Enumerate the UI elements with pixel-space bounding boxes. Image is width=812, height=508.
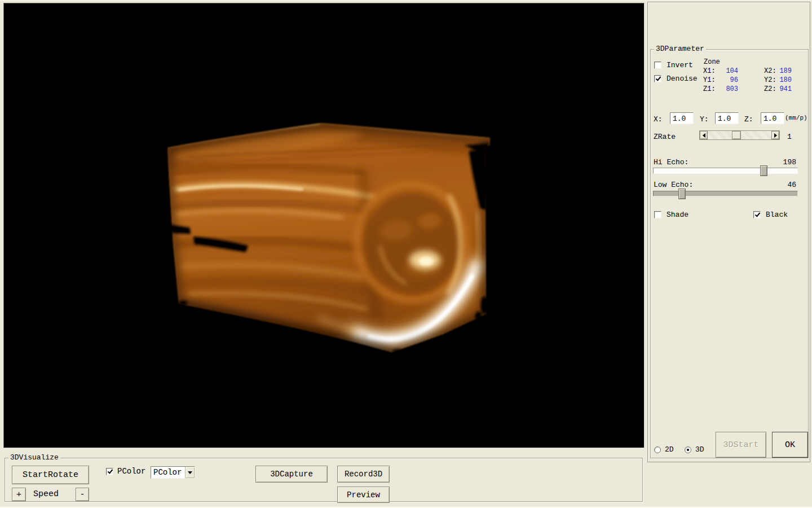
zone-z1-value: 803 — [714, 85, 738, 94]
3dcapture-button[interactable]: 3DCapture — [255, 466, 328, 483]
low-echo-thumb[interactable] — [678, 189, 686, 199]
z-scale-input[interactable] — [761, 112, 784, 124]
parameter-groupbox: 3DParameter Invert Denoise Zone X1: 104 … — [650, 49, 809, 458]
zrate-label: ZRate — [654, 133, 676, 141]
pcolor-checkbox-label: PColor — [117, 467, 145, 476]
shade-checkbox[interactable] — [654, 211, 661, 218]
black-checkbox[interactable] — [753, 211, 761, 218]
speed-minus-button[interactable]: - — [76, 488, 89, 501]
ultrasound-volume-render — [4, 3, 644, 448]
right-arrow-icon — [774, 133, 779, 138]
dropdown-arrow-icon — [188, 471, 192, 476]
invert-label: Invert — [667, 61, 693, 69]
mode-3d-radio[interactable] — [685, 446, 691, 453]
3dstart-button[interactable]: 3DStart — [716, 432, 766, 458]
mode-3d-label: 3D — [695, 445, 704, 454]
pcolor-dropdown-value: PColor — [151, 468, 185, 477]
pcolor-dropdown[interactable]: PColor — [151, 466, 195, 479]
mode-2d-radio[interactable] — [654, 446, 661, 453]
app-window: 3DParameter Invert Denoise Zone X1: 104 … — [0, 0, 812, 508]
mode-2d-label: 2D — [665, 445, 674, 454]
pcolor-checkbox[interactable] — [106, 468, 113, 475]
zone-label: Zone — [704, 58, 720, 67]
zrate-right-arrow-button[interactable] — [771, 131, 779, 139]
low-echo-value: 46 — [762, 181, 796, 189]
parameter-title: 3DParameter — [654, 45, 706, 53]
hi-echo-label: Hi Echo: — [654, 158, 689, 167]
x-scale-label: X: — [654, 115, 663, 124]
visualize-title: 3DVisualize — [8, 454, 60, 462]
speed-plus-button[interactable]: + — [12, 488, 26, 501]
visualize-groupbox: 3DVisualize StartRotate + Speed - PColor… — [5, 458, 643, 502]
left-arrow-icon — [700, 133, 705, 138]
z-scale-label: Z: — [744, 115, 753, 124]
hi-echo-slider[interactable] — [653, 168, 798, 174]
zone-y2-value: 180 — [768, 76, 792, 85]
ok-button[interactable]: OK — [772, 432, 808, 458]
zrate-scrollbar[interactable] — [699, 130, 780, 140]
zone-y1-label: Y1: — [703, 76, 716, 85]
preview-button[interactable]: Preview — [337, 487, 390, 503]
pcolor-dropdown-button[interactable] — [185, 467, 195, 478]
hi-echo-thumb[interactable] — [760, 165, 767, 176]
zone-y1-value: 96 — [714, 76, 738, 85]
zone-z2-value: 941 — [768, 85, 792, 94]
scale-unit-label: (mm/p) — [785, 114, 807, 122]
y-scale-label: Y: — [700, 115, 709, 124]
zrate-left-arrow-button[interactable] — [700, 131, 708, 139]
zone-x1-value: 104 — [714, 67, 738, 76]
low-echo-slider[interactable] — [653, 191, 798, 196]
zone-x2-value: 189 — [768, 67, 792, 76]
3d-viewport[interactable] — [3, 3, 645, 448]
y-scale-input[interactable] — [715, 112, 739, 124]
zone-z1-label: Z1: — [703, 85, 716, 94]
shade-label: Shade — [667, 211, 689, 219]
start-rotate-button[interactable]: StartRotate — [12, 466, 89, 484]
zrate-track[interactable] — [708, 131, 771, 139]
hi-echo-value: 198 — [762, 158, 796, 167]
denoise-checkbox[interactable] — [654, 75, 661, 82]
denoise-label: Denoise — [667, 75, 698, 83]
record3d-button[interactable]: Record3D — [337, 466, 390, 483]
black-label: Black — [766, 211, 788, 219]
zrate-value: 1 — [787, 133, 792, 141]
low-echo-label: Low Echo: — [654, 181, 693, 189]
speed-label: Speed — [33, 490, 59, 498]
zone-x1-label: X1: — [703, 67, 716, 76]
zrate-thumb[interactable] — [732, 131, 741, 139]
x-scale-input[interactable] — [670, 112, 694, 124]
parameter-side-panel: 3DParameter Invert Denoise Zone X1: 104 … — [647, 2, 810, 462]
invert-checkbox[interactable] — [654, 62, 661, 69]
